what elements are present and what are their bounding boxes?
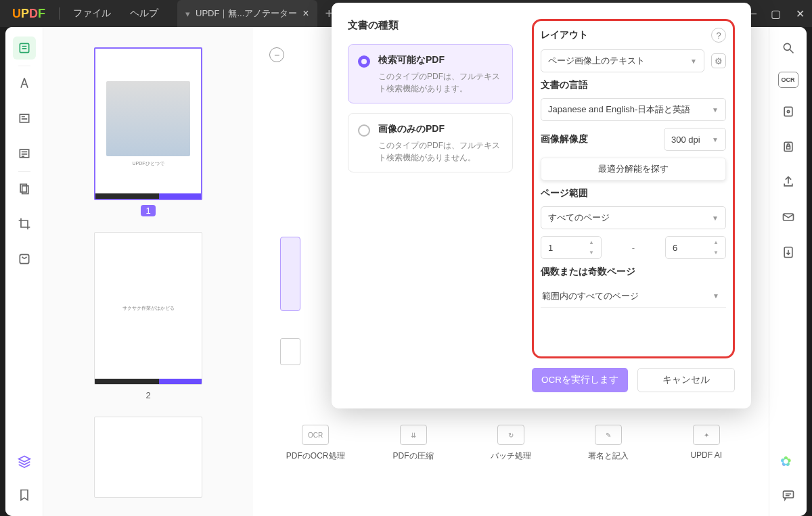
tool-compress[interactable]: ⇊PDFの圧縮 bbox=[380, 425, 447, 462]
step-down-icon[interactable]: ▼ bbox=[589, 250, 597, 256]
range-from-input[interactable]: 1▲▼ bbox=[541, 236, 602, 259]
right-toolbar: OCR bbox=[769, 27, 807, 516]
select-value: ページ画像上のテキスト bbox=[548, 55, 645, 67]
ocr-icon[interactable]: OCR bbox=[778, 72, 798, 88]
tool-label: 署名と記入 bbox=[588, 450, 629, 462]
step-up-icon[interactable]: ▲ bbox=[713, 239, 721, 245]
tool-batch[interactable]: ↻バッチ処理 bbox=[477, 425, 545, 462]
layout-select[interactable]: ページ画像上のテキスト ▼ bbox=[541, 49, 704, 72]
tool-label: PDFのOCR処理 bbox=[286, 450, 345, 462]
page-number-2: 2 bbox=[84, 390, 212, 400]
comment-tool[interactable] bbox=[13, 72, 36, 95]
document-tab[interactable]: ▾ UPDF｜無...アノテーター × bbox=[177, 0, 317, 27]
thumb-caption: UPDFひとつで bbox=[132, 160, 164, 167]
compress-icon: ⇊ bbox=[400, 425, 427, 445]
language-select[interactable]: Japanese and English-日本語と英語 ▼ bbox=[541, 98, 726, 121]
svg-rect-15 bbox=[784, 107, 792, 116]
reader-tool[interactable] bbox=[13, 37, 36, 60]
option-title: 画像のみのPDF bbox=[378, 123, 503, 135]
resolution-select[interactable]: 300 dpi ▼ bbox=[664, 128, 726, 151]
chevron-down-icon: ▼ bbox=[712, 106, 719, 114]
option-searchable-pdf[interactable]: 検索可能なPDF このタイプのPDFは、フルテキスト検索機能があります。 bbox=[348, 44, 513, 103]
left-toolbar bbox=[5, 27, 43, 516]
edit-tool[interactable] bbox=[13, 107, 36, 130]
option-title: 検索可能なPDF bbox=[378, 54, 503, 66]
tool-ocr[interactable]: OCRPDFのOCR処理 bbox=[281, 425, 349, 462]
lock-icon[interactable] bbox=[777, 135, 800, 158]
tool-label: UPDF AI bbox=[690, 450, 722, 460]
page-range-select[interactable]: すべてのページ ▼ bbox=[541, 206, 726, 229]
thumbnail-panel: UPDFひとつで 1 サクサク作業がはかどる 2 bbox=[43, 27, 253, 516]
resolution-heading: 画像解像度 bbox=[541, 133, 657, 145]
input-value: 6 bbox=[673, 243, 677, 253]
radio-unselected-icon bbox=[358, 124, 370, 137]
select-value: すべてのページ bbox=[548, 212, 610, 224]
select-value: Japanese and English-日本語と英語 bbox=[548, 103, 690, 116]
window-maximize-button[interactable]: ▢ bbox=[763, 7, 788, 20]
page-thumbnail-3[interactable] bbox=[94, 417, 202, 498]
radio-selected-icon bbox=[358, 55, 370, 68]
search-icon[interactable] bbox=[777, 37, 800, 60]
bookmark-icon[interactable] bbox=[13, 484, 36, 507]
page-thumbnail-2[interactable]: サクサク作業がはかどる bbox=[94, 232, 202, 385]
oddeven-select[interactable]: 範囲内のすべてのページ ▼ bbox=[541, 285, 726, 308]
ocr-dialog: 文書の種類 検索可能なPDF このタイプのPDFは、フルテキスト検索機能がありま… bbox=[332, 3, 751, 408]
chevron-down-icon: ▼ bbox=[712, 136, 719, 143]
share-icon[interactable] bbox=[777, 170, 800, 193]
help-icon[interactable]: ? bbox=[711, 28, 726, 43]
cancel-button[interactable]: キャンセル bbox=[637, 368, 735, 392]
page-tool[interactable] bbox=[13, 177, 36, 200]
doc-type-heading: 文書の種類 bbox=[348, 19, 513, 32]
chat-icon[interactable] bbox=[777, 484, 800, 507]
ai-flower-icon[interactable] bbox=[777, 450, 800, 473]
tab-chevron-icon: ▾ bbox=[185, 9, 190, 19]
step-up-icon[interactable]: ▲ bbox=[589, 239, 597, 245]
ocr-icon: OCR bbox=[302, 425, 329, 445]
svg-point-16 bbox=[787, 110, 789, 112]
organize-tool[interactable] bbox=[13, 142, 36, 165]
gear-icon[interactable]: ⚙ bbox=[711, 53, 726, 68]
batch-icon: ↻ bbox=[497, 425, 524, 445]
chevron-down-icon: ▼ bbox=[690, 57, 697, 65]
quick-tools-row: OCRPDFのOCR処理 ⇊PDFの圧縮 ↻バッチ処理 ✎署名と記入 ✦UPDF… bbox=[253, 425, 769, 462]
tool-label: PDFの圧縮 bbox=[393, 450, 434, 462]
layers-icon[interactable] bbox=[13, 450, 36, 473]
tool-sign[interactable]: ✎署名と記入 bbox=[574, 425, 642, 462]
page-preview-strip-2 bbox=[280, 338, 300, 365]
collapse-button[interactable]: − bbox=[269, 47, 284, 62]
range-to-input[interactable]: 6▲▼ bbox=[665, 236, 726, 259]
menu-file[interactable]: ファイル bbox=[64, 7, 120, 20]
page-number-1: 1 bbox=[84, 206, 212, 216]
redact-tool[interactable] bbox=[13, 248, 36, 271]
page-preview-strip bbox=[280, 237, 300, 311]
tool-label: バッチ処理 bbox=[491, 450, 531, 462]
ai-icon: ✦ bbox=[693, 425, 720, 445]
protect-icon[interactable] bbox=[777, 100, 800, 123]
window-close-button[interactable]: ✕ bbox=[788, 7, 812, 20]
run-ocr-button[interactable]: OCRを実行します bbox=[532, 368, 628, 392]
page-thumbnail-1[interactable]: UPDFひとつで bbox=[94, 47, 202, 200]
select-value: 300 dpi bbox=[671, 135, 700, 145]
input-value: 1 bbox=[548, 243, 553, 253]
crop-tool[interactable] bbox=[13, 212, 36, 235]
chevron-down-icon: ▼ bbox=[713, 292, 719, 300]
option-image-only-pdf[interactable]: 画像のみのPDF このタイプのPDFは、フルテキスト検索機能がありません。 bbox=[348, 113, 513, 172]
menu-help[interactable]: ヘルプ bbox=[120, 7, 168, 20]
svg-rect-21 bbox=[783, 491, 793, 498]
svg-line-14 bbox=[790, 50, 793, 53]
mail-icon[interactable] bbox=[777, 206, 800, 229]
svg-point-13 bbox=[784, 43, 790, 50]
option-desc: このタイプのPDFは、フルテキスト検索機能がありません。 bbox=[378, 139, 503, 164]
lang-heading: 文書の言語 bbox=[541, 79, 726, 91]
range-heading: ページ範囲 bbox=[541, 187, 726, 200]
select-value: 範囲内のすべてのページ bbox=[542, 290, 639, 302]
layout-heading: レイアウト bbox=[541, 29, 588, 41]
tab-close-icon[interactable]: × bbox=[302, 7, 309, 20]
sign-icon: ✎ bbox=[595, 425, 622, 445]
find-best-resolution-button[interactable]: 最適分解能を探す bbox=[541, 158, 726, 181]
settings-panel: レイアウト ? ページ画像上のテキスト ▼ ⚙ 文書の言語 Japanese a… bbox=[532, 19, 735, 358]
tool-ai[interactable]: ✦UPDF AI bbox=[673, 425, 740, 462]
svg-rect-18 bbox=[786, 146, 790, 149]
step-down-icon[interactable]: ▼ bbox=[713, 250, 721, 256]
export-icon[interactable] bbox=[777, 241, 800, 264]
